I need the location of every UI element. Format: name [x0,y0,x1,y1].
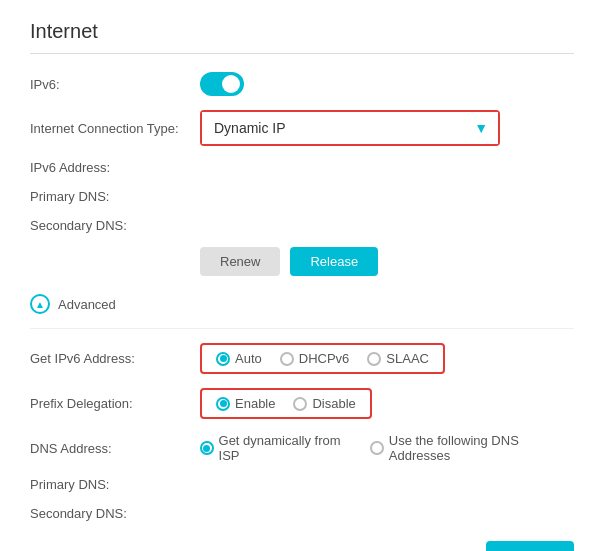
renew-release-group: Renew Release [200,247,574,276]
radio-dns-dynamic-label: Get dynamically from ISP [219,433,359,463]
radio-slaac-circle [367,352,381,366]
radio-auto-circle [216,352,230,366]
radio-dhcpv6-circle [280,352,294,366]
radio-dns-manual-label: Use the following DNS Addresses [389,433,574,463]
get-ipv6-radio-group: Auto DHCPv6 SLAAC [200,343,445,374]
connection-type-label: Internet Connection Type: [30,121,200,136]
radio-dns-manual-circle [370,441,384,455]
radio-enable[interactable]: Enable [216,396,275,411]
radio-dns-manual[interactable]: Use the following DNS Addresses [370,433,574,463]
primary-dns-row: Primary DNS: [30,189,574,204]
prefix-delegation-radio-group: Enable Disable [200,388,372,419]
prefix-delegation-label: Prefix Delegation: [30,396,200,411]
prefix-delegation-row: Prefix Delegation: Enable Disable [30,388,574,419]
primary-dns-adv-row: Primary DNS: [30,477,574,492]
radio-disable-circle [293,397,307,411]
radio-enable-label: Enable [235,396,275,411]
get-ipv6-label: Get IPv6 Address: [30,351,200,366]
connection-type-dropdown-wrapper: Dynamic IP Static IP PPPoE ▼ [200,110,500,146]
dns-address-row: DNS Address: Get dynamically from ISP Us… [30,433,574,463]
radio-auto-label: Auto [235,351,262,366]
radio-enable-circle [216,397,230,411]
divider [30,328,574,329]
ipv6-label: IPv6: [30,77,200,92]
secondary-dns-adv-label: Secondary DNS: [30,506,200,521]
advanced-label: Advanced [58,297,116,312]
save-button[interactable]: Save [486,541,574,551]
secondary-dns-adv-row: Secondary DNS: [30,506,574,521]
connection-type-row: Internet Connection Type: Dynamic IP Sta… [30,110,574,146]
release-button[interactable]: Release [290,247,378,276]
radio-slaac[interactable]: SLAAC [367,351,429,366]
get-ipv6-row: Get IPv6 Address: Auto DHCPv6 SLAAC [30,343,574,374]
dns-address-radio-group: Get dynamically from ISP Use the followi… [200,433,574,463]
toggle-thumb [222,75,240,93]
secondary-dns-row: Secondary DNS: [30,218,574,233]
save-row: Save [30,541,574,551]
radio-disable[interactable]: Disable [293,396,355,411]
advanced-arrow-icon: ▲ [35,299,45,310]
ipv6-address-row: IPv6 Address: [30,160,574,175]
radio-auto[interactable]: Auto [216,351,262,366]
primary-dns-adv-label: Primary DNS: [30,477,200,492]
radio-dhcpv6-label: DHCPv6 [299,351,350,366]
radio-dns-dynamic-circle [200,441,214,455]
primary-dns-label: Primary DNS: [30,189,200,204]
radio-dns-dynamic[interactable]: Get dynamically from ISP [200,433,358,463]
secondary-dns-label: Secondary DNS: [30,218,200,233]
advanced-toggle[interactable]: ▲ Advanced [30,294,574,314]
radio-dhcpv6[interactable]: DHCPv6 [280,351,350,366]
radio-slaac-label: SLAAC [386,351,429,366]
ipv6-toggle[interactable] [200,72,244,96]
ipv6-address-label: IPv6 Address: [30,160,200,175]
dns-address-label: DNS Address: [30,441,200,456]
radio-disable-label: Disable [312,396,355,411]
renew-button[interactable]: Renew [200,247,280,276]
connection-type-select[interactable]: Dynamic IP Static IP PPPoE [202,112,498,144]
advanced-circle-icon: ▲ [30,294,50,314]
page-title: Internet [30,20,574,54]
ipv6-row: IPv6: [30,72,574,96]
